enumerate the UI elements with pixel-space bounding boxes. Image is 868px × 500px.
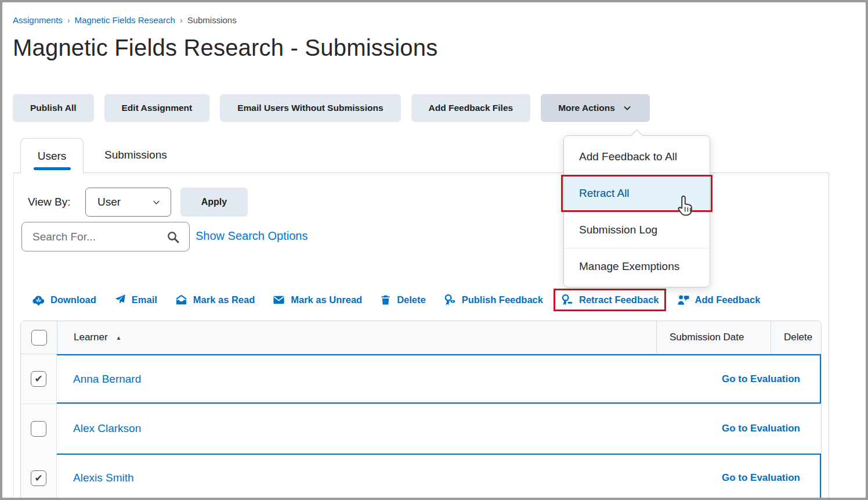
tab-submissions[interactable]: Submissions	[104, 149, 167, 161]
breadcrumb-separator: ›	[63, 16, 75, 25]
email-action[interactable]: Email	[114, 293, 157, 306]
go-to-evaluation-link[interactable]: Go to Evaluation	[722, 373, 800, 385]
tab-users-label: Users	[38, 150, 67, 163]
view-by-label: View By:	[28, 196, 71, 208]
select-all-checkbox[interactable]: ✔	[31, 330, 47, 346]
table-row: ✔ Alex Clarkson Go to Evaluation	[21, 404, 821, 453]
evaluation-cell: Go to Evaluation	[656, 404, 821, 453]
learner-name-cell: Alex Clarkson	[57, 404, 656, 453]
retract-feedback-icon	[560, 293, 574, 307]
breadcrumb-separator: ›	[175, 16, 187, 25]
search-input[interactable]	[32, 231, 164, 243]
publish-all-button[interactable]: Publish All	[13, 94, 94, 122]
submissions-page: Assignments›Magnetic Fields Research›Sub…	[0, 0, 868, 500]
email-icon	[114, 293, 126, 306]
column-header-submission-date: Submission Date	[656, 321, 771, 354]
delete-action[interactable]: Delete	[379, 294, 426, 306]
table-row: ✔ Anna Bernard Go to Evaluation	[21, 354, 821, 404]
mark-unread-icon	[272, 293, 285, 307]
retract-feedback-action[interactable]: Retract Feedback	[560, 293, 659, 307]
menu-item-add-feedback-to-all[interactable]: Add Feedback to All	[564, 138, 710, 175]
more-actions-button[interactable]: More Actions	[541, 94, 650, 122]
row-checkbox-cell: ✔	[21, 454, 57, 500]
column-header-delete: Delete	[771, 321, 821, 354]
row-checkbox[interactable]: ✔	[31, 371, 46, 387]
delete-label: Delete	[397, 294, 426, 305]
tab-users[interactable]: Users	[20, 138, 84, 174]
page-title: Magnetic Fields Research - Submissions	[13, 35, 437, 61]
submissions-table: ✔ Learner ▲ Submission Date Delete ✔ Ann…	[20, 321, 822, 500]
search-button[interactable]	[164, 228, 182, 246]
learner-name-cell: Anna Bernard	[57, 354, 656, 404]
retract-feedback-label: Retract Feedback	[579, 294, 659, 305]
publish-feedback-action[interactable]: Publish Feedback	[443, 293, 543, 307]
breadcrumb: Assignments›Magnetic Fields Research›Sub…	[13, 15, 237, 25]
cursor-hand-icon	[674, 195, 696, 221]
publish-feedback-icon	[443, 293, 457, 307]
table-header-row: ✔ Learner ▲ Submission Date Delete	[21, 321, 821, 354]
chevron-down-icon	[151, 197, 161, 207]
add-feedback-action[interactable]: Add Feedback	[677, 293, 761, 307]
show-search-options-link[interactable]: Show Search Options	[196, 229, 308, 243]
mark-read-icon	[175, 293, 188, 307]
breadcrumb-current: Submissions	[187, 15, 237, 25]
breadcrumb-assignment[interactable]: Magnetic Fields Research	[75, 15, 175, 25]
search-box	[21, 222, 190, 251]
row-checkbox-cell: ✔	[21, 404, 57, 453]
top-button-row: Publish All Edit Assignment Email Users …	[13, 94, 650, 122]
retract-all-label: Retract All	[579, 187, 630, 200]
content-border-left	[13, 172, 14, 498]
evaluation-cell: Go to Evaluation	[656, 354, 821, 404]
mark-as-read-action[interactable]: Mark as Read	[175, 293, 255, 307]
sort-ascending-icon: ▲	[116, 334, 122, 341]
column-header-learner[interactable]: Learner ▲	[57, 321, 656, 354]
download-icon	[32, 293, 45, 307]
add-feedback-icon	[677, 293, 690, 307]
table-row: ✔ Alexis Smith Go to Evaluation	[21, 453, 821, 500]
delete-icon	[379, 294, 392, 306]
chevron-down-icon	[622, 103, 632, 113]
learner-name-link[interactable]: Alex Clarkson	[73, 422, 141, 435]
view-by-select[interactable]: User	[85, 188, 171, 217]
breadcrumb-assignments[interactable]: Assignments	[13, 15, 63, 25]
email-users-without-submissions-button[interactable]: Email Users Without Submissions	[220, 94, 400, 122]
retract-feedback-annotation-box: Retract Feedback	[554, 289, 666, 311]
apply-button[interactable]: Apply	[180, 188, 248, 217]
evaluation-cell: Go to Evaluation	[656, 454, 821, 500]
learner-header-label: Learner	[74, 332, 108, 343]
table-header-checkbox-cell: ✔	[21, 321, 57, 354]
mark-as-unread-action[interactable]: Mark as Unread	[272, 293, 362, 307]
download-action[interactable]: Download	[32, 293, 96, 307]
learner-name-cell: Alexis Smith	[57, 454, 656, 500]
view-by-value: User	[97, 196, 147, 208]
go-to-evaluation-link[interactable]: Go to Evaluation	[722, 472, 800, 484]
learner-name-link[interactable]: Alexis Smith	[73, 472, 134, 484]
mark-as-read-label: Mark as Read	[193, 294, 255, 305]
edit-assignment-button[interactable]: Edit Assignment	[104, 94, 210, 122]
menu-item-manage-exemptions[interactable]: Manage Exemptions	[564, 248, 710, 285]
learner-name-link[interactable]: Anna Bernard	[73, 373, 141, 386]
add-feedback-label: Add Feedback	[695, 294, 761, 305]
add-feedback-files-button[interactable]: Add Feedback Files	[411, 94, 531, 122]
search-icon	[166, 230, 180, 244]
email-label: Email	[132, 294, 157, 305]
active-tab-indicator	[34, 167, 71, 170]
go-to-evaluation-link[interactable]: Go to Evaluation	[722, 423, 800, 434]
mark-as-unread-label: Mark as Unread	[291, 294, 362, 305]
content-border-right	[829, 172, 829, 498]
download-label: Download	[50, 294, 96, 305]
row-checkbox-cell: ✔	[21, 354, 57, 404]
bulk-actions-toolbar: Download Email Mark as Read Mark as Unre…	[32, 287, 760, 312]
publish-feedback-label: Publish Feedback	[462, 294, 543, 305]
row-checkbox[interactable]: ✔	[31, 421, 46, 437]
row-checkbox[interactable]: ✔	[31, 470, 46, 486]
